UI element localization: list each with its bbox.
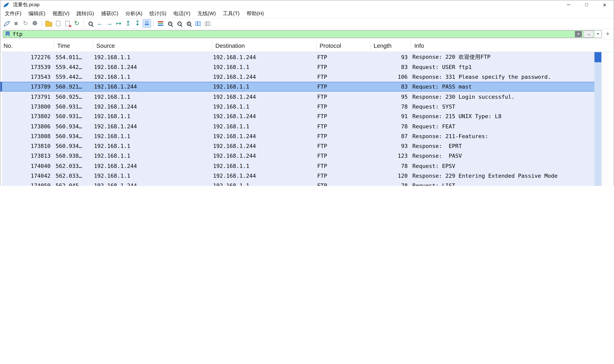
menu-tools[interactable]: 工具(T) (219, 9, 243, 18)
go-forward-icon[interactable]: → (105, 19, 114, 28)
colorize-icon[interactable] (156, 19, 165, 28)
filter-bookmark-icon[interactable] (5, 31, 10, 37)
menu-wireless[interactable]: 无线(W) (194, 9, 219, 18)
go-back-icon[interactable]: ← (96, 19, 104, 28)
minimize-button[interactable]: ─ (560, 0, 578, 9)
column-header-source[interactable]: Source (93, 39, 212, 52)
menu-view[interactable]: 视图(V) (49, 9, 73, 18)
packet-cell-no: 172276 (2, 54, 54, 60)
packet-cell-protocol: FTP (316, 153, 370, 159)
packet-cell-time: 562.045… (54, 182, 93, 186)
packet-row[interactable]: 174059562.045…192.168.1.244192.168.1.1FT… (0, 181, 614, 186)
packet-cell-protocol: FTP (316, 93, 370, 100)
wireshark-window: 流量包.pcap ─ □ × 文件(F)编辑(E)视图(V)跳转(G)捕获(C)… (0, 0, 614, 186)
open-file-icon[interactable] (44, 19, 53, 28)
close-button[interactable]: × (596, 0, 614, 9)
menu-capture[interactable]: 捕获(C) (98, 9, 122, 18)
packet-cell-length: 95 (370, 93, 411, 100)
packet-cell-time: 560.938… (54, 153, 93, 159)
packet-row[interactable]: 173808560.934…192.168.1.1192.168.1.244FT… (0, 131, 614, 141)
filter-bar: ftp × → ▾ + (0, 29, 614, 39)
packet-cell-no: 173543 (2, 74, 54, 80)
packet-cell-time: 560.925… (54, 93, 93, 100)
clear-filter-icon[interactable]: × (575, 31, 582, 37)
menu-file[interactable]: 文件(F) (1, 9, 25, 18)
packet-cell-length: 93 (370, 54, 411, 60)
packet-cell-no: 174040 (2, 163, 54, 169)
packet-cell-protocol: FTP (316, 74, 370, 80)
menu-edit[interactable]: 编辑(E) (25, 9, 49, 18)
packet-cell-length: 83 (370, 64, 411, 70)
packet-row[interactable]: 173791560.925…192.168.1.1192.168.1.244FT… (0, 92, 614, 102)
packet-cell-time: 562.033… (54, 163, 93, 169)
apply-filter-icon[interactable]: → (583, 30, 594, 37)
row-gutter (0, 102, 2, 112)
filter-value[interactable]: ftp (13, 31, 575, 37)
packet-cell-length: 106 (370, 74, 411, 80)
start-capture-icon[interactable] (2, 19, 11, 28)
resize-columns-icon[interactable] (194, 19, 203, 28)
packet-row[interactable]: 173539559.442…192.168.1.244192.168.1.1FT… (0, 62, 614, 72)
packet-cell-no: 174042 (2, 173, 54, 179)
add-filter-button[interactable]: + (604, 30, 611, 37)
packet-row[interactable]: 173543559.442…192.168.1.1192.168.1.244FT… (0, 72, 614, 82)
first-packet-icon[interactable]: ↥ (124, 19, 132, 28)
fit-columns-icon[interactable] (203, 19, 212, 28)
packet-cell-source: 192.168.1.244 (93, 103, 212, 110)
menu-telephony[interactable]: 电话(Y) (170, 9, 194, 18)
packet-cell-source: 192.168.1.1 (93, 74, 212, 80)
reload-file-icon[interactable]: ↻ (72, 19, 81, 28)
menu-statistics[interactable]: 统计(S) (146, 9, 170, 18)
packet-row[interactable]: 174042562.033…192.168.1.1192.168.1.244FT… (0, 171, 614, 181)
packet-cell-info: Request: LIST (411, 182, 614, 186)
column-header-length[interactable]: Length (370, 39, 411, 52)
packet-cell-source: 192.168.1.1 (93, 173, 212, 179)
stop-capture-icon[interactable]: ■ (12, 19, 20, 28)
filter-dropdown-icon[interactable]: ▾ (594, 30, 601, 37)
capture-options-icon[interactable]: ☸ (31, 19, 39, 28)
last-packet-icon[interactable]: ↧ (133, 19, 142, 28)
display-filter-input[interactable]: ftp × → ▾ (3, 30, 602, 38)
find-packet-icon[interactable] (86, 19, 95, 28)
packet-cell-source: 192.168.1.1 (93, 133, 212, 139)
column-header-no[interactable]: No. (0, 39, 54, 52)
packet-cell-protocol: FTP (316, 64, 370, 70)
packet-cell-info: Response: 215 UNIX Type: L8 (411, 113, 614, 119)
packet-row[interactable]: 173802560.931…192.168.1.1192.168.1.244FT… (0, 112, 614, 121)
packet-cell-no: 173813 (2, 153, 54, 159)
packet-row[interactable]: 173813560.938…192.168.1.1192.168.1.244FT… (0, 151, 614, 161)
autoscroll-icon[interactable]: ⇊ (143, 19, 151, 28)
zoom-in-icon[interactable]: + (166, 19, 174, 28)
minimap-viewport[interactable] (594, 52, 601, 62)
packet-cell-no: 173808 (2, 133, 54, 139)
save-file-icon[interactable] (53, 19, 62, 28)
close-file-icon[interactable]: × (63, 19, 72, 28)
packet-row[interactable]: 172276554.011…192.168.1.1192.168.1.244FT… (0, 52, 614, 62)
maximize-button[interactable]: □ (578, 0, 596, 9)
packet-cell-destination: 192.168.1.244 (212, 93, 316, 100)
column-header-info[interactable]: Info (411, 39, 614, 52)
packet-row[interactable]: 173806560.934…192.168.1.244192.168.1.1FT… (0, 121, 614, 131)
packet-row[interactable]: 173800560.931…192.168.1.244192.168.1.1FT… (0, 102, 614, 112)
packet-row[interactable]: 174040562.033…192.168.1.244192.168.1.1FT… (0, 161, 614, 171)
packet-list: 172276554.011…192.168.1.1192.168.1.244FT… (0, 52, 614, 186)
menu-analyze[interactable]: 分析(A) (122, 9, 146, 18)
packet-cell-time: 560.921… (54, 84, 93, 90)
packet-row[interactable]: 173789560.921…192.168.1.244192.168.1.1FT… (0, 82, 614, 92)
zoom-out-icon[interactable]: − (175, 19, 183, 28)
vertical-scrollbar[interactable] (601, 52, 608, 186)
column-header-time[interactable]: Time (54, 39, 93, 52)
packet-cell-protocol: FTP (316, 163, 370, 169)
restart-capture-icon[interactable]: ↻ (21, 19, 30, 28)
menu-help[interactable]: 帮助(H) (243, 9, 268, 18)
row-gutter (0, 62, 2, 72)
menu-go[interactable]: 跳转(G) (73, 9, 98, 18)
packet-minimap[interactable] (594, 52, 601, 186)
packet-cell-protocol: FTP (316, 133, 370, 139)
packet-row[interactable]: 173810560.934…192.168.1.1192.168.1.244FT… (0, 141, 614, 151)
column-header-destination[interactable]: Destination (212, 39, 316, 52)
zoom-reset-icon[interactable]: 1 (184, 19, 193, 28)
row-gutter (0, 82, 2, 92)
column-header-protocol[interactable]: Protocol (316, 39, 370, 52)
go-to-packet-icon[interactable]: ↦ (114, 19, 123, 28)
